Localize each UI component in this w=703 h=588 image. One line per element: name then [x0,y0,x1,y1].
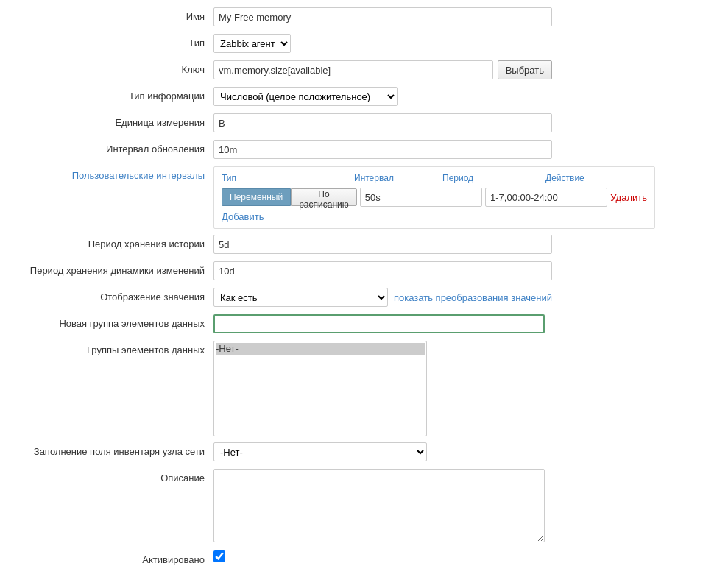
trends-row: Период хранения динамики изменений [15,261,688,282]
type-label: Тип [15,34,213,49]
unit-control [213,113,552,132]
value-map-control: Как есть показать преобразования значени… [213,288,552,307]
custom-intervals-control: Тип Интервал Период Действие Переменный … [213,166,655,229]
value-map-inner: Как есть показать преобразования значени… [213,288,552,307]
custom-intervals-label: Пользовательские интервалы [15,166,213,181]
value-map-select[interactable]: Как есть [213,288,388,307]
history-control [213,235,552,254]
interval-row-0: Переменный По расписанию Удалить [222,188,647,207]
col-period-header: Период [442,173,545,183]
update-interval-control [213,140,552,159]
unit-label: Единица измерения [15,113,213,128]
key-input-row: Выбрать [213,60,552,79]
groups-listbox[interactable]: -Нет- [213,341,427,436]
info-type-label: Тип информации [15,87,213,102]
description-control [213,469,552,545]
trends-label: Период хранения динамики изменений [15,261,213,276]
update-interval-row: Интервал обновления [15,140,688,160]
groups-row: Группы элементов данных -Нет- [15,341,688,436]
activated-row: Активировано [15,550,688,571]
period-value-input[interactable] [485,188,607,207]
update-interval-input[interactable] [213,140,552,159]
tab-variable[interactable]: Переменный [222,188,291,206]
inventory-select[interactable]: -Нет- [213,442,427,461]
interval-value-input[interactable] [360,188,482,207]
col-type-header: Тип [222,173,354,183]
name-input[interactable] [213,7,552,26]
add-interval-row: Добавить [222,211,647,222]
activated-label: Активировано [15,550,213,565]
inventory-label: Заполнение поля инвентаря узла сети [15,442,213,457]
name-row: Имя [15,7,688,28]
unit-row: Единица измерения [15,113,688,134]
name-control [213,7,552,26]
col-action-header: Действие [545,173,604,183]
unit-input[interactable] [213,113,552,132]
activated-checkbox[interactable] [213,550,225,562]
type-row: Тип Zabbix агент [15,34,688,54]
history-row: Период хранения истории [15,235,688,255]
history-label: Период хранения истории [15,235,213,249]
custom-intervals-row: Пользовательские интервалы Тип Интервал … [15,166,688,229]
add-interval-link[interactable]: Добавить [222,211,264,222]
new-group-input[interactable] [213,314,545,333]
trends-input[interactable] [213,261,552,280]
history-input[interactable] [213,235,552,254]
description-label: Описание [15,469,213,483]
inventory-control: -Нет- [213,442,552,461]
key-select-button[interactable]: Выбрать [498,60,552,79]
value-map-label: Отображение значения [15,288,213,302]
interval-type-tabs: Переменный По расписанию [222,188,357,206]
delete-interval-link[interactable]: Удалить [610,192,647,203]
type-control: Zabbix агент [213,34,552,53]
new-group-label: Новая группа элементов данных [15,314,213,329]
col-interval-header: Интервал [354,173,442,183]
key-label: Ключ [15,60,213,75]
new-group-control [213,314,552,333]
groups-label: Группы элементов данных [15,341,213,355]
groups-control: -Нет- [213,341,552,436]
update-interval-label: Интервал обновления [15,140,213,155]
activated-checkbox-row [213,550,552,562]
info-type-select[interactable]: Числовой (целое положительное) [213,87,398,106]
description-row: Описание [15,469,688,545]
activated-control [213,550,552,562]
inventory-row: Заполнение поля инвентаря узла сети -Нет… [15,442,688,463]
type-select[interactable]: Zabbix агент [213,34,291,53]
key-control: Выбрать [213,60,552,79]
name-label: Имя [15,7,213,22]
custom-intervals-block: Тип Интервал Период Действие Переменный … [213,166,655,229]
key-input[interactable] [213,60,493,79]
info-type-control: Числовой (целое положительное) [213,87,552,106]
value-map-link[interactable]: показать преобразования значений [394,292,552,303]
intervals-header: Тип Интервал Период Действие [222,173,647,183]
description-textarea[interactable] [213,469,545,542]
tab-schedule[interactable]: По расписанию [291,188,357,206]
form-container: Имя Тип Zabbix агент Ключ Выбрать Тип ин… [0,0,703,584]
new-group-row: Новая группа элементов данных [15,314,688,335]
trends-control [213,261,552,280]
value-map-row: Отображение значения Как есть показать п… [15,288,688,308]
info-type-row: Тип информации Числовой (целое положител… [15,87,688,107]
key-row: Ключ Выбрать [15,60,688,81]
